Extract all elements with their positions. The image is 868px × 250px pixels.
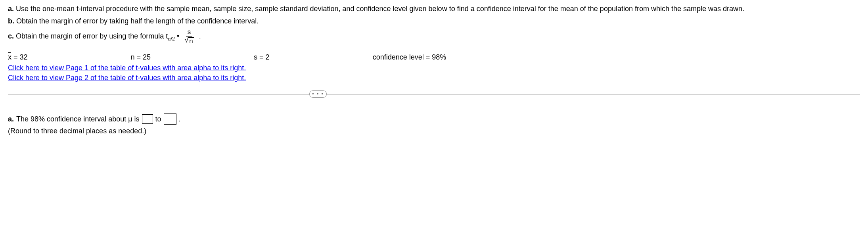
ci-upper-input[interactable] (164, 113, 176, 125)
part-a-prompt: a. Use the one-mean t-interval procedure… (8, 4, 860, 14)
formula-dot: • (177, 32, 179, 40)
part-c-label: c. (8, 32, 14, 40)
rounding-note: (Round to three decimal places as needed… (8, 127, 860, 135)
t-table-page2-link[interactable]: Click here to view Page 2 of the table o… (8, 73, 860, 83)
answer-label: a. (8, 115, 14, 123)
given-confidence: confidence level = 98% (373, 53, 446, 62)
answer-row: a. The 98% confidence interval about μ i… (8, 113, 860, 125)
answer-pre: The 98% confidence interval about μ is (16, 115, 140, 123)
part-a-label: a. (8, 5, 14, 13)
given-xbar: x = 32 (8, 53, 28, 62)
formula-t-sub: α/2 (168, 36, 175, 42)
formula-denominator: √n (183, 37, 195, 45)
xbar-value: = 32 (13, 53, 28, 61)
sqrt-symbol: √ (184, 37, 188, 44)
expand-button[interactable]: • • • (309, 90, 327, 98)
xbar-symbol: x (8, 53, 11, 62)
sqrt-radicand: n (188, 37, 194, 45)
formula-fraction: s √n (183, 29, 195, 45)
formula-period: . (199, 33, 201, 41)
part-b-text: Obtain the margin of error by taking hal… (16, 17, 259, 25)
ellipsis-icon: • • • (312, 91, 324, 97)
t-table-page1-link[interactable]: Click here to view Page 1 of the table o… (8, 63, 860, 73)
part-a-text: Use the one-mean t-interval procedure wi… (16, 5, 744, 13)
answer-mid: to (155, 115, 161, 123)
divider-wrap: • • • (8, 94, 860, 94)
part-c-prompt: c. Obtain the margin of error by using t… (8, 29, 860, 45)
formula-numerator: s (186, 29, 193, 37)
section-divider (8, 94, 860, 94)
ci-lower-input[interactable] (142, 114, 153, 124)
given-s: s = 2 (254, 53, 270, 62)
given-n: n = 25 (131, 53, 151, 62)
part-c-text: Obtain the margin of error by using the … (16, 32, 164, 40)
part-b-prompt: b. Obtain the margin of error by taking … (8, 16, 860, 26)
answer-post: . (179, 115, 181, 123)
part-b-label: b. (8, 17, 14, 25)
given-values-row: x = 32 n = 25 s = 2 confidence level = 9… (8, 53, 860, 62)
